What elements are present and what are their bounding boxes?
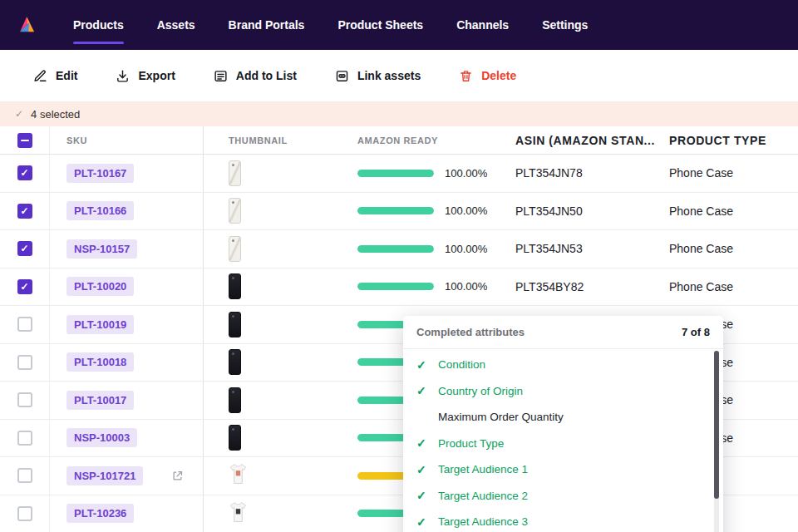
attribute-item: ✓Target Audience 3	[403, 509, 723, 532]
checkbox-cell	[0, 344, 50, 382]
row-checkbox[interactable]	[17, 506, 32, 521]
sku-link[interactable]: PLT-10166	[66, 201, 134, 220]
product-thumbnail[interactable]	[229, 312, 241, 337]
attribute-item: ✓Condition	[403, 352, 723, 378]
external-link-icon[interactable]	[171, 470, 184, 482]
row-checkbox[interactable]: ✓	[17, 204, 32, 219]
progress-fill	[357, 245, 434, 253]
row-checkbox[interactable]	[17, 317, 32, 332]
row-checkbox[interactable]	[17, 468, 32, 483]
attribute-label: Country of Origin	[438, 385, 523, 397]
amazon-ready-progress[interactable]	[357, 245, 434, 253]
link-assets-button[interactable]: Link assets	[335, 69, 421, 83]
selection-bar: ✓ 4 selected	[0, 101, 798, 126]
table-row[interactable]: ✓NSP-10157100.00%PLT354JN53Phone Case	[0, 230, 798, 268]
sku-link[interactable]: PLT-10167	[66, 164, 134, 183]
sku-link[interactable]: NSP-101721	[66, 466, 143, 485]
sku-cell: PLT-10019	[50, 306, 204, 343]
completed-attributes-popup: Completed attributes 7 of 8 ✓Condition✓C…	[403, 316, 723, 532]
amazon-ready-cell: 100.00%	[357, 230, 515, 268]
add-to-list-button[interactable]: Add to List	[214, 69, 297, 83]
row-checkbox[interactable]	[17, 392, 32, 407]
minus-icon	[21, 140, 29, 141]
row-checkbox[interactable]	[17, 431, 32, 446]
product-thumbnail[interactable]	[229, 387, 241, 413]
sku-link[interactable]: NSP-10157	[66, 239, 137, 259]
table-row[interactable]: ✓PLT-10167100.00%PLT354JN78Phone Case	[0, 155, 798, 193]
camera-dot	[232, 277, 234, 279]
nav-item-product-sheets[interactable]: Product Sheets	[321, 12, 440, 38]
download-icon	[116, 69, 130, 83]
toolbar-button-label: Export	[138, 69, 175, 82]
select-all-checkbox[interactable]	[17, 133, 32, 148]
column-header-asin-amazon-stan[interactable]: ASIN (AMAZON STAN...	[515, 126, 669, 154]
amazon-ready-progress[interactable]	[357, 283, 434, 290]
attribute-label: Product Type	[438, 437, 504, 450]
product-thumbnail[interactable]	[229, 236, 241, 262]
nav-item-brand-portals[interactable]: Brand Portals	[212, 12, 322, 38]
attribute-item: ✓Target Audience 1	[403, 456, 723, 483]
popup-scrollbar-thumb[interactable]	[714, 351, 719, 499]
column-header-amazon-ready[interactable]: AMAZON READY	[357, 126, 515, 154]
nav-item-products[interactable]: Products	[57, 12, 140, 38]
product-thumbnail[interactable]	[229, 273, 241, 299]
amazon-ready-progress[interactable]	[357, 170, 434, 177]
row-checkbox[interactable]: ✓	[17, 279, 32, 294]
thumbnail-cell	[204, 268, 357, 306]
export-button[interactable]: Export	[116, 69, 175, 83]
product-thumbnail[interactable]	[229, 160, 241, 186]
progress-percent-label: 100.00%	[445, 167, 487, 180]
progress-percent-label: 100.00%	[445, 280, 487, 293]
column-header-sku[interactable]: SKU	[50, 126, 204, 154]
check-icon: ✓	[416, 358, 430, 372]
app-logo-icon[interactable]	[17, 14, 38, 36]
table-header: SKUTHUMBNAILAMAZON READYASIN (AMAZON STA…	[0, 126, 798, 155]
nav-item-channels[interactable]: Channels	[440, 12, 525, 38]
sku-link[interactable]: PLT-10018	[66, 352, 134, 372]
toolbar-button-label: Link assets	[357, 69, 421, 82]
toolbar-button-label: Edit	[56, 69, 77, 82]
attribute-label: Target Audience 2	[438, 490, 528, 502]
amazon-ready-progress[interactable]	[357, 207, 434, 214]
camera-dot	[232, 315, 234, 318]
camera-dot	[232, 164, 234, 166]
table-row[interactable]: ✓PLT-10020100.00%PLT354BY82Phone Case	[0, 268, 798, 307]
product-type-cell: Phone Case	[669, 193, 798, 230]
nav-item-settings[interactable]: Settings	[525, 12, 604, 38]
sku-cell: NSP-10003	[50, 420, 204, 457]
asin-cell: PLT354BY82	[515, 268, 669, 306]
product-thumbnail[interactable]	[229, 501, 248, 526]
product-thumbnail[interactable]	[229, 198, 241, 224]
top-nav: ProductsAssetsBrand PortalsProduct Sheet…	[0, 0, 798, 50]
column-header-thumbnail[interactable]: THUMBNAIL	[204, 126, 357, 154]
nav-item-label: Channels	[456, 18, 509, 32]
sku-link[interactable]: PLT-10020	[66, 277, 134, 296]
link-assets-icon	[335, 69, 349, 83]
check-icon: ✓	[15, 108, 23, 120]
sku-link[interactable]: PLT-10019	[66, 315, 134, 334]
check-icon: ✓	[416, 384, 430, 397]
main-nav: ProductsAssetsBrand PortalsProduct Sheet…	[57, 0, 604, 50]
checkbox-cell	[0, 495, 50, 532]
row-checkbox[interactable]: ✓	[17, 241, 32, 256]
product-thumbnail[interactable]	[229, 425, 241, 451]
product-type-cell: Phone Case	[669, 268, 798, 306]
row-checkbox[interactable]	[17, 355, 32, 370]
checkbox-cell: ✓	[0, 193, 50, 230]
nav-item-assets[interactable]: Assets	[140, 12, 212, 38]
sku-link[interactable]: PLT-10236	[66, 504, 134, 523]
delete-button[interactable]: Delete	[459, 69, 516, 83]
column-header-product-type[interactable]: PRODUCT TYPE	[669, 126, 798, 154]
sku-link[interactable]: NSP-10003	[66, 428, 137, 447]
row-checkbox[interactable]: ✓	[17, 165, 32, 180]
thumbnail-cell	[204, 306, 357, 343]
toolbar-button-label: Add to List	[236, 69, 297, 82]
app-root: ProductsAssetsBrand PortalsProduct Sheet…	[0, 0, 798, 532]
selection-count-label: 4 selected	[31, 108, 80, 121]
product-thumbnail[interactable]	[229, 349, 241, 375]
sku-link[interactable]: PLT-10017	[66, 391, 134, 410]
table-row[interactable]: ✓PLT-10166100.00%PLT354JN50Phone Case	[0, 193, 798, 231]
product-thumbnail[interactable]	[229, 463, 248, 488]
edit-button[interactable]: Edit	[33, 69, 77, 83]
attributes-list: ✓Condition✓Country of Origin✓Maximum Ord…	[403, 349, 723, 532]
